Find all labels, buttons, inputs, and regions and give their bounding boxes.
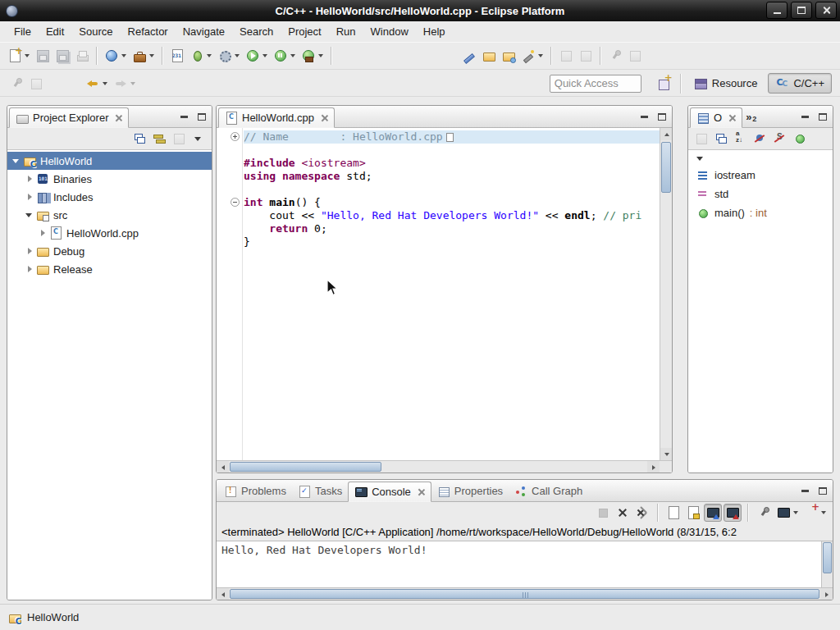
dropdown-arrow-icon[interactable] — [25, 54, 30, 57]
dropdown-arrow-icon[interactable] — [103, 82, 107, 85]
dropdown-arrow-icon[interactable] — [538, 54, 543, 57]
dropdown-arrow-icon[interactable] — [121, 54, 126, 57]
tab-helloworld-cpp[interactable]: HelloWorld.cpp — [218, 107, 335, 128]
dropdown-arrow-icon[interactable] — [149, 54, 154, 57]
display-selected-console-button[interactable] — [774, 504, 801, 522]
editor-hscrollbar[interactable] — [217, 460, 660, 472]
expand-arrow-icon[interactable] — [39, 229, 47, 237]
hide-non-public-members-button[interactable] — [791, 130, 809, 148]
scroll-up-icon[interactable] — [660, 128, 673, 140]
dropdown-arrow-icon[interactable] — [821, 511, 826, 514]
menu-edit[interactable]: Edit — [39, 22, 71, 41]
run-button[interactable] — [243, 45, 271, 66]
menu-search[interactable]: Search — [232, 22, 281, 41]
scroll-down-icon[interactable] — [660, 448, 673, 460]
maximize-view-button[interactable] — [815, 108, 831, 125]
close-tab-icon[interactable] — [728, 114, 736, 121]
collapse-arrow-icon[interactable] — [25, 211, 34, 219]
open-resource-button[interactable] — [499, 45, 518, 66]
tab-problems[interactable]: Problems — [218, 481, 292, 501]
remove-all-launches-button[interactable] — [633, 504, 651, 522]
minimize-view-button[interactable] — [176, 108, 192, 125]
outline-item-std[interactable]: std — [688, 185, 833, 203]
collapse-arrow-icon[interactable] — [12, 157, 21, 165]
console-vscrollbar[interactable] — [821, 541, 833, 587]
scrollbar-thumb[interactable] — [823, 542, 832, 573]
link-with-editor-button[interactable] — [150, 130, 168, 148]
tree-item-src[interactable]: src — [7, 206, 212, 224]
code-editor[interactable]: // Name : HelloWorld.cpp #include <iostr… — [217, 128, 672, 472]
fold-expand-icon[interactable] — [231, 132, 240, 141]
expand-arrow-icon[interactable] — [25, 175, 34, 183]
close-tab-icon[interactable] — [418, 488, 425, 495]
tree-item-debug[interactable]: Debug — [7, 242, 212, 260]
scrollbar-thumb[interactable] — [230, 462, 381, 472]
tab-console[interactable]: Console — [348, 482, 431, 502]
tree-item-helloworld[interactable]: HelloWorld — [7, 152, 212, 170]
maximize-button[interactable] — [791, 2, 812, 19]
maximize-view-button[interactable] — [815, 482, 831, 499]
dropdown-arrow-icon[interactable] — [290, 54, 295, 57]
scrollbar-thumb[interactable] — [661, 142, 671, 193]
perspective-resource[interactable]: Resource — [687, 73, 765, 94]
console-output-area[interactable]: Hello, Red Hat Developers World! — [217, 541, 833, 587]
open-element-button[interactable] — [479, 45, 499, 66]
remove-launch-button[interactable] — [614, 504, 632, 522]
fold-margin[interactable] — [217, 128, 243, 460]
coverage-button[interactable] — [215, 45, 243, 66]
perspective-c-c[interactable]: C/C++ — [768, 73, 832, 94]
view-overflow-button[interactable]: »2 — [746, 111, 756, 123]
collapse-all-button[interactable] — [712, 130, 730, 148]
dropdown-arrow-icon[interactable] — [130, 82, 135, 85]
folded-region-indicator[interactable] — [446, 133, 454, 142]
expand-arrow-icon[interactable] — [25, 247, 34, 255]
tab-project-explorer[interactable]: Project Explorer — [9, 107, 129, 128]
scroll-lock-button[interactable] — [684, 504, 702, 522]
expand-arrow-icon[interactable] — [25, 193, 34, 201]
menu-project[interactable]: Project — [281, 22, 328, 41]
minimize-view-button[interactable] — [797, 482, 813, 499]
editor-vscrollbar[interactable] — [660, 128, 672, 460]
new-source-file-button[interactable] — [459, 45, 479, 66]
menu-navigate[interactable]: Navigate — [176, 22, 232, 41]
minimize-view-button[interactable] — [797, 108, 813, 125]
code-area[interactable]: // Name : HelloWorld.cpp #include <iostr… — [244, 128, 660, 460]
quick-access-input[interactable] — [550, 75, 641, 93]
view-menu-button[interactable] — [189, 130, 208, 148]
minimize-button[interactable] — [766, 2, 788, 19]
tree-item-release[interactable]: Release — [7, 260, 212, 278]
dropdown-arrow-icon[interactable] — [262, 54, 267, 57]
minimize-view-button[interactable] — [636, 108, 652, 125]
fold-collapse-icon[interactable] — [231, 198, 240, 207]
scroll-left-icon[interactable] — [217, 461, 229, 473]
tab-properties[interactable]: Properties — [431, 481, 509, 501]
pin-console-button[interactable] — [755, 504, 773, 522]
profiling-tools-button[interactable] — [167, 45, 187, 66]
dropdown-arrow-icon[interactable] — [207, 54, 212, 57]
dropdown-arrow-icon[interactable] — [318, 54, 323, 57]
open-perspective-button[interactable] — [655, 73, 674, 94]
scrollbar-thumb[interactable] — [230, 589, 819, 599]
close-tab-icon[interactable] — [321, 114, 328, 121]
collapse-all-button[interactable] — [130, 130, 148, 148]
menu-refactor[interactable]: Refactor — [121, 22, 176, 41]
scroll-left-icon[interactable] — [217, 588, 229, 600]
tab-call-graph[interactable]: Call Graph — [509, 481, 588, 501]
back-button[interactable] — [83, 73, 111, 94]
tab-outline[interactable]: O — [690, 107, 742, 128]
chevron-down-icon[interactable] — [696, 157, 703, 161]
tree-item-binaries[interactable]: Binaries — [7, 170, 212, 188]
scroll-right-icon[interactable] — [820, 588, 833, 600]
maximize-view-button[interactable] — [654, 108, 670, 125]
sort-button[interactable] — [732, 130, 750, 148]
expand-arrow-icon[interactable] — [25, 265, 34, 273]
close-button[interactable] — [815, 2, 837, 19]
new-button[interactable] — [5, 45, 33, 66]
outline-item-iostream[interactable]: iostream — [688, 166, 833, 185]
show-stdout-changes-button[interactable] — [704, 504, 722, 522]
tree-item-helloworld-cpp[interactable]: HelloWorld.cpp — [7, 224, 212, 242]
scroll-right-icon[interactable] — [647, 461, 660, 473]
menu-help[interactable]: Help — [416, 22, 453, 41]
close-tab-icon[interactable] — [115, 114, 122, 121]
dropdown-arrow-icon[interactable] — [793, 511, 798, 514]
